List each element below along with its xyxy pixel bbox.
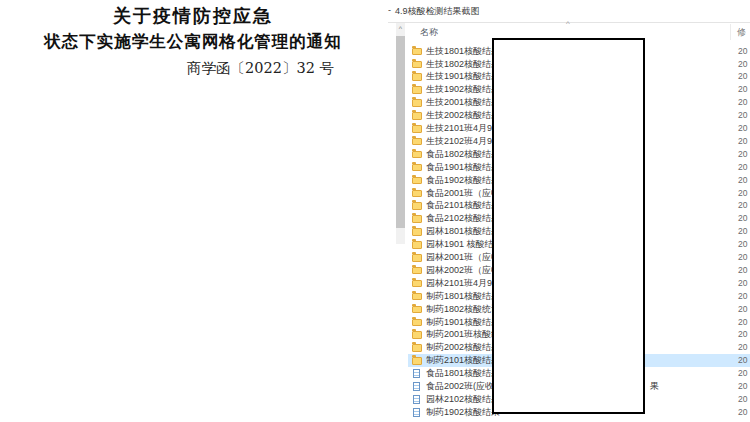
file-modified-date: 20 [738, 148, 747, 161]
file-modified-date: 20 [738, 109, 747, 122]
file-modified-date: 20 [738, 70, 747, 83]
document-number: 商学函〔2022〕32 号 [0, 59, 334, 78]
folder-icon [412, 73, 422, 81]
file-modified-date: 20 [738, 264, 747, 277]
file-modified-date: 20 [738, 316, 747, 329]
file-modified-date: 20 [738, 393, 747, 406]
folder-icon [412, 125, 422, 133]
file-name: 制药1902核酸结果 [426, 406, 500, 419]
file-modified-date: 20 [738, 225, 747, 238]
document-icon [413, 369, 420, 378]
folder-icon [412, 228, 422, 236]
file-name: 制药2001班核酸结 [426, 328, 500, 341]
screenshot-root: 关于疫情防控应急 状态下实施学生公寓网格化管理的通知 商学函〔2022〕32 号… [0, 0, 750, 422]
file-name: 生技2002核酸结果 [426, 109, 500, 122]
folder-icon [412, 151, 422, 159]
file-name: 园林2001班（应收 [426, 251, 500, 264]
file-name: 食品1801核酸结果 [426, 367, 500, 380]
document-icon [413, 382, 420, 391]
document-title-line1: 关于疫情防控应急 [0, 4, 386, 28]
file-name: 生技1901核酸结果 [426, 70, 500, 83]
file-name: 生技1902核酸结果 [426, 83, 500, 96]
file-name-tail: 果 [650, 380, 659, 393]
folder-icon [412, 202, 422, 210]
file-name: 食品2102核酸结果 [426, 212, 500, 225]
file-modified-date: 20 [738, 122, 747, 135]
file-modified-date: 20 [738, 290, 747, 303]
file-modified-date: 20 [738, 367, 747, 380]
file-name: 园林2101班4月9日 [426, 277, 501, 290]
folder-icon [412, 99, 422, 107]
folder-icon [412, 344, 422, 352]
folder-icon [412, 241, 422, 249]
file-modified-date: 20 [738, 303, 747, 316]
file-name: 园林2002班（应收 [426, 264, 500, 277]
column-header-name[interactable]: 名称 [420, 26, 438, 39]
document-title-line2: 状态下实施学生公寓网格化管理的通知 [0, 31, 386, 53]
folder-icon [412, 357, 422, 365]
file-name: 园林2102核酸结果 [426, 393, 500, 406]
folder-icon [412, 61, 422, 69]
file-modified-date: 20 [738, 406, 747, 419]
file-modified-date: 20 [738, 45, 747, 58]
file-modified-date: 20 [738, 199, 747, 212]
file-modified-date: 20 [738, 135, 747, 148]
folder-icon [412, 319, 422, 327]
folder-icon [412, 267, 422, 275]
file-modified-date: 20 [738, 212, 747, 225]
file-modified-date: 20 [738, 277, 747, 290]
folder-icon [412, 215, 422, 223]
folder-icon [412, 280, 422, 288]
file-modified-date: 20 [738, 354, 747, 367]
folder-icon [412, 190, 422, 198]
file-modified-date: 20 [738, 174, 747, 187]
folder-icon [412, 331, 422, 339]
file-explorer-panel: - 4.9核酸检测结果截图 ^ ^ 名称 修 生技1801核酸结果 20 生技1… [388, 0, 750, 422]
file-name: 食品1802核酸结果 [426, 148, 500, 161]
file-name: 食品2001班（应收 [426, 187, 500, 200]
file-name: 园林1801核酸结果 [426, 225, 500, 238]
file-name: 食品2101核酸结果 [426, 199, 500, 212]
file-name: 生技2001核酸结果 [426, 96, 500, 109]
document-page: 关于疫情防控应急 状态下实施学生公寓网格化管理的通知 商学函〔2022〕32 号 [0, 0, 386, 422]
redaction-box [492, 38, 645, 414]
folder-icon [412, 306, 422, 314]
file-modified-date: 20 [738, 161, 747, 174]
file-modified-date: 20 [738, 83, 747, 96]
sort-ascending-icon: ^ [566, 19, 570, 28]
folder-icon [412, 293, 422, 301]
folder-icon [412, 254, 422, 262]
file-name: 生技1802核酸结果 [426, 58, 500, 71]
file-name: 食品1902核酸结果 [426, 174, 500, 187]
file-modified-date: 20 [738, 251, 747, 264]
folder-icon [412, 177, 422, 185]
file-name: 制药2101核酸结果 [426, 354, 500, 367]
column-header-modified[interactable]: 修 [737, 26, 746, 39]
file-name: 制药1801核酸结果 [426, 290, 500, 303]
file-modified-date: 20 [738, 380, 747, 393]
file-modified-date: 20 [738, 96, 747, 109]
file-modified-date: 20 [738, 58, 747, 71]
folder-icon [412, 86, 422, 94]
folder-icon [412, 112, 422, 120]
file-name: 生技2101班4月9日 [426, 122, 501, 135]
file-modified-date: 20 [738, 187, 747, 200]
document-icon [413, 395, 420, 404]
file-modified-date: 20 [738, 238, 747, 251]
file-modified-date: 20 [738, 341, 747, 354]
file-name: 生技1801核酸结果 [426, 45, 500, 58]
file-name: 生技2102班4月9日 [426, 135, 501, 148]
file-name: 食品2002班(应收3 [426, 380, 499, 393]
folder-icon [412, 138, 422, 146]
folder-icon [412, 48, 422, 56]
folder-icon [412, 164, 422, 172]
file-modified-date: 20 [738, 328, 747, 341]
file-name: 制药2002核酸结果 [426, 341, 500, 354]
document-icon [413, 408, 420, 417]
file-name: 食品1901核酸结果 [426, 161, 500, 174]
file-name: 制药1901核酸结果 [426, 316, 500, 329]
file-name: 制药1802核酸统计 [426, 303, 500, 316]
